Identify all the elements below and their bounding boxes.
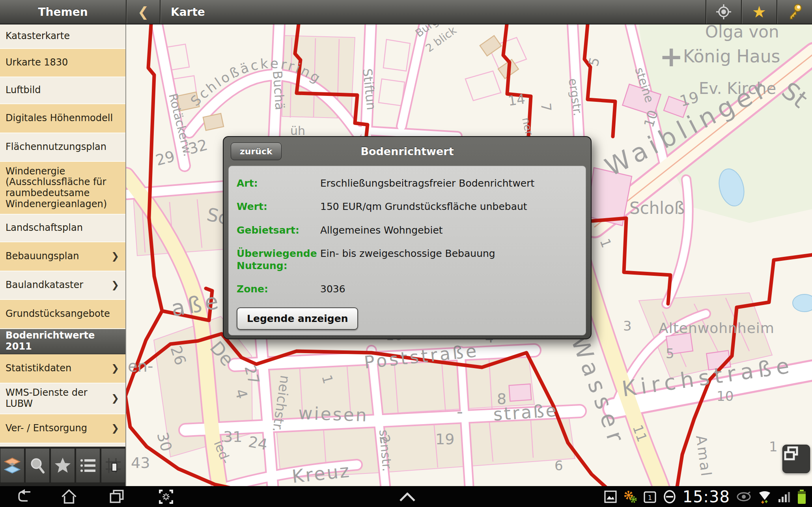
chevron-right-icon: ❯ [111,251,119,262]
sidebar-gap [0,443,125,447]
wifi-status-icon [758,490,772,504]
item-label: Katasterkarte [6,31,70,42]
status-tray: 1 15:38 [604,486,806,507]
notification-panel-handle[interactable] [398,489,416,505]
svg-text:1: 1 [648,494,652,501]
key-icon [786,3,803,21]
item-label: Bebauungsplan [6,251,79,262]
screenshot-nav-button[interactable] [157,489,175,505]
sidebar-item-grundstuecksangebote[interactable]: Grundstücksangebote [0,300,125,329]
house-number: 43 [131,454,150,471]
map-back-button[interactable]: ❮ [127,0,160,24]
search-icon [28,456,47,475]
item-label: Urkarte 1830 [6,57,68,68]
row-label: Gebietsart: [237,224,320,236]
smart-stay-eye-icon [736,490,752,503]
legend-button[interactable]: Legende anzeigen [237,307,358,330]
sidebar-item-statistikdaten[interactable]: Statistikdaten❯ [0,354,125,384]
measure-button[interactable] [101,448,125,483]
layers-button[interactable] [0,448,24,483]
sidebar-item-wms-dienste[interactable]: WMS-Dienste der LUBW❯ [0,384,125,414]
themen-header: Themen [0,0,126,24]
item-label: Digitales Höhenmodell [6,113,113,124]
house-number: 7 [538,102,554,112]
sidebar-item-luftbild[interactable]: Luftbild [0,77,125,104]
church-cross-icon: + [659,40,683,73]
gallery-status-icon [604,490,617,503]
layers-icon [3,456,21,475]
item-label: Bodenrichtwerte 2011 [6,330,120,352]
favorites-list-button[interactable] [50,448,75,483]
gps-locate-icon [715,3,732,21]
item-label: Luftbild [6,85,41,96]
street-label: Olga von [705,24,779,41]
info-row-wert: Wert: 150 EUR/qm Grundstücksfläche unbeb… [237,200,579,213]
sidebar-item-ver-entsorgung[interactable]: Ver- / Entsorgung❯ [0,414,125,443]
house-number: 31 [223,428,242,445]
sidebar-item-flaechennutzungsplan[interactable]: Flächennutzungsplan [0,133,125,162]
karte-header: Karte [161,0,205,24]
top-bar: Themen ❮ Karte ★ [0,0,812,24]
recent-apps-icon [108,488,125,505]
results-list-button[interactable] [76,448,100,483]
karte-title: Karte [171,6,205,19]
measure-icon [104,456,122,475]
chevron-right-icon: ❯ [111,393,119,404]
home-icon [61,488,77,505]
chevron-right-icon: ❯ [111,423,119,434]
search-button[interactable] [25,448,50,483]
item-label: Landschaftsplan [6,223,83,234]
back-nav-button[interactable] [16,489,34,505]
themes-sidebar: Katasterkarte Urkarte 1830 Luftbild Digi… [0,24,126,486]
item-label: Grundstücksangebote [6,309,110,320]
street-label: Altenwohnheim [659,320,775,336]
battery-status-icon [797,489,806,504]
dialog-content: Art: Erschließungsbeitragsfreier Bodenri… [228,166,586,335]
house-number: 3 [623,318,632,334]
sidebar-item-katasterkarte[interactable]: Katasterkarte [0,24,125,49]
item-label: Baulandkataster [6,280,83,291]
windows-icon [783,445,799,462]
themen-title: Themen [38,6,88,19]
sidebar-item-hoehenmodell[interactable]: Digitales Höhenmodell [0,104,125,133]
mute-status-icon [663,490,677,504]
info-row-nutzung: Überwiegende Nutzung: Ein- bis zweigesch… [237,247,579,272]
item-label: Statistikdaten [6,363,71,374]
house-number: 24 [247,433,269,454]
star-icon [54,456,72,475]
info-row-art: Art: Erschließungsbeitragsfreier Bodenri… [237,177,579,189]
clock: 15:38 [683,488,730,506]
item-label: WMS-Dienste der LUBW [6,387,100,409]
house-number: 6 [554,458,563,473]
house-number: 14 [507,91,526,109]
chevron-right-icon: ❯ [111,280,119,291]
row-value: 3036 [320,283,345,295]
street-label: Schloß [629,198,685,218]
dialog-back-button[interactable]: zurück [231,142,282,160]
dialog-header: zurück Bodenrichtwert [228,137,586,166]
sidebar-item-urkarte[interactable]: Urkarte 1830 [0,49,125,77]
sidebar-item-landschaftsplan[interactable]: Landschaftsplan [0,215,125,242]
settings-gears-status-icon [623,490,637,504]
favorites-button[interactable]: ★ [742,0,777,24]
sidebar-item-bebauungsplan[interactable]: Bebauungsplan❯ [0,242,125,271]
sidebar-item-baulandkataster[interactable]: Baulandkataster❯ [0,271,125,300]
recents-nav-button[interactable] [108,489,126,505]
row-value: Ein- bis zweigeschossige Bebauung [320,247,495,272]
house-number: 1 [769,439,778,455]
sidebar-toolbar [0,447,125,486]
row-value: 150 EUR/qm Grundstücksfläche unbebaut [320,200,527,213]
bodenrichtwert-dialog: zurück Bodenrichtwert Art: Erschließungs… [223,136,592,339]
sidebar-item-windenergie[interactable]: Windenergie (Ausschlussfläche für raumbe… [0,162,125,215]
fullscreen-toggle-button[interactable] [782,445,810,473]
house-number: 8 [497,390,506,408]
street-label: wiesen [298,403,369,425]
street-label: König Haus [683,46,780,66]
android-navbar: 1 15:38 [0,486,812,507]
login-button[interactable] [777,0,812,24]
row-label: Überwiegende Nutzung: [237,247,320,272]
item-label: Flächennutzungsplan [6,142,106,153]
sidebar-item-bodenrichtwerte-selected[interactable]: Bodenrichtwerte 2011 [0,329,125,354]
home-nav-button[interactable] [60,489,78,505]
locate-button[interactable] [706,0,741,24]
